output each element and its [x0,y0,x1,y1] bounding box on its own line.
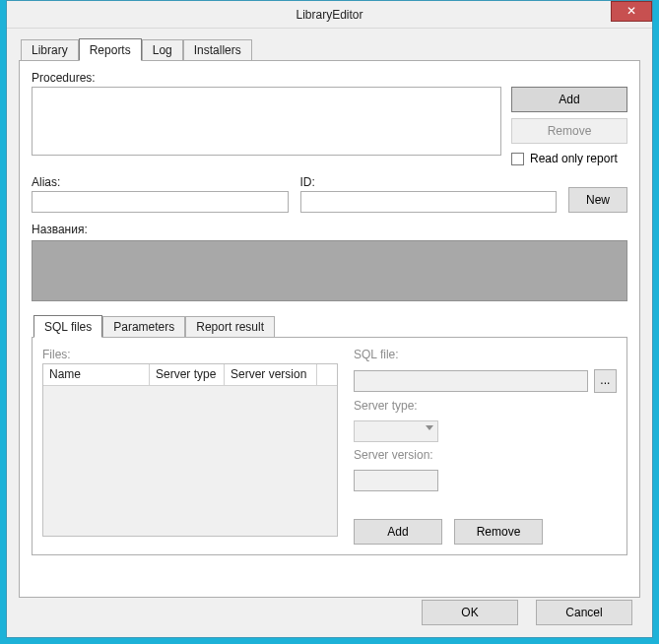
names-label: Названия: [32,223,627,236]
reports-panel: Procedures: Add Remove Read only report … [19,60,640,598]
procedures-label: Procedures: [32,71,627,85]
tab-parameters[interactable]: Parameters [102,316,185,337]
dialog-footer: OK Cancel [422,600,632,625]
sql-files-panel: Files: Name Server type Server version S… [32,337,627,555]
tab-report-result[interactable]: Report result [185,316,275,337]
chevron-down-icon [426,425,433,430]
ok-button[interactable]: OK [422,600,518,625]
server-type-label: Server type: [354,399,617,413]
alias-label: Alias: [32,175,289,189]
sqlfile-label: SQL file: [354,348,617,361]
title-bar: LibraryEditor ✕ [7,1,652,29]
readonly-label: Read only report [530,152,618,165]
id-input[interactable] [300,191,558,213]
server-version-input [354,470,438,491]
add-procedure-button[interactable]: Add [511,87,627,112]
names-box[interactable] [32,240,627,301]
close-button[interactable]: ✕ [611,1,652,22]
remove-procedure-button: Remove [511,118,627,144]
col-spacer [317,364,337,385]
alias-input[interactable] [32,191,289,213]
client-area: Library Reports Log Installers Procedure… [7,29,652,637]
col-name[interactable]: Name [43,364,150,385]
dialog-window: LibraryEditor ✕ Library Reports Log Inst… [6,0,653,638]
grid-header-row: Name Server type Server version [43,364,337,386]
tab-installers[interactable]: Installers [183,39,252,60]
files-grid[interactable]: Name Server type Server version [42,363,338,537]
tab-sql-files[interactable]: SQL files [33,315,102,338]
procedures-list[interactable] [32,87,501,156]
server-version-label: Server version: [354,448,617,462]
tab-library[interactable]: Library [21,39,79,60]
cancel-button[interactable]: Cancel [536,600,632,625]
window-title: LibraryEditor [296,8,362,22]
add-sqlfile-button[interactable]: Add [354,519,442,545]
readonly-report-row[interactable]: Read only report [511,152,627,165]
tab-log[interactable]: Log [142,39,183,60]
browse-sqlfile-button[interactable]: ... [594,369,617,393]
files-label: Files: [42,348,338,361]
id-label: ID: [300,175,558,189]
outer-tabstrip: Library Reports Log Installers [19,38,640,60]
sqlfile-input [354,370,588,392]
remove-sqlfile-button[interactable]: Remove [454,519,543,545]
readonly-checkbox[interactable] [511,153,524,165]
server-type-combo[interactable] [354,420,438,442]
new-button[interactable]: New [568,187,627,213]
col-server-type[interactable]: Server type [150,364,225,385]
tab-reports[interactable]: Reports [79,38,142,61]
col-server-version[interactable]: Server version [225,364,317,385]
inner-tabstrip: SQL files Parameters Report result [32,315,627,337]
close-icon: ✕ [626,4,636,18]
